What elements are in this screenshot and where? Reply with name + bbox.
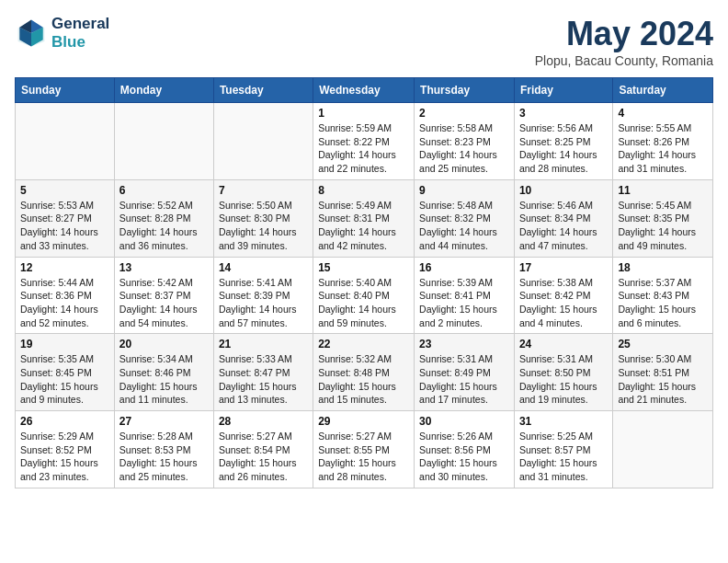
day-number: 24 (519, 338, 608, 350)
column-header-saturday: Saturday (613, 78, 713, 103)
day-number: 1 (318, 107, 409, 120)
day-info: Sunrise: 5:40 AM Sunset: 8:40 PM Dayligh… (318, 276, 409, 330)
calendar-cell: 13Sunrise: 5:42 AM Sunset: 8:37 PM Dayli… (114, 257, 213, 334)
day-info: Sunrise: 5:26 AM Sunset: 8:56 PM Dayligh… (419, 430, 509, 484)
day-info: Sunrise: 5:46 AM Sunset: 8:34 PM Dayligh… (519, 199, 608, 253)
calendar-cell: 7Sunrise: 5:50 AM Sunset: 8:30 PM Daylig… (213, 179, 313, 257)
day-info: Sunrise: 5:37 AM Sunset: 8:43 PM Dayligh… (618, 276, 708, 330)
calendar-cell: 27Sunrise: 5:28 AM Sunset: 8:53 PM Dayli… (114, 411, 213, 488)
day-info: Sunrise: 5:41 AM Sunset: 8:39 PM Dayligh… (219, 276, 308, 330)
calendar-cell: 18Sunrise: 5:37 AM Sunset: 8:43 PM Dayli… (613, 257, 713, 334)
calendar-cell (613, 411, 713, 488)
day-number: 7 (219, 184, 308, 197)
calendar-cell: 1Sunrise: 5:59 AM Sunset: 8:22 PM Daylig… (313, 103, 415, 180)
day-info: Sunrise: 5:38 AM Sunset: 8:42 PM Dayligh… (519, 276, 608, 330)
calendar-week-3: 12Sunrise: 5:44 AM Sunset: 8:36 PM Dayli… (16, 257, 713, 334)
calendar-cell (213, 103, 313, 180)
day-number: 25 (618, 338, 708, 350)
day-info: Sunrise: 5:59 AM Sunset: 8:22 PM Dayligh… (318, 121, 409, 176)
day-info: Sunrise: 5:48 AM Sunset: 8:32 PM Dayligh… (419, 199, 509, 253)
calendar-cell: 4Sunrise: 5:55 AM Sunset: 8:26 PM Daylig… (613, 103, 713, 180)
calendar-header-row: SundayMondayTuesdayWednesdayThursdayFrid… (16, 78, 713, 103)
day-number: 22 (318, 338, 409, 350)
day-info: Sunrise: 5:34 AM Sunset: 8:46 PM Dayligh… (119, 352, 209, 407)
day-number: 30 (419, 415, 509, 428)
calendar-cell (114, 103, 213, 180)
day-number: 19 (20, 338, 109, 350)
calendar-cell: 24Sunrise: 5:31 AM Sunset: 8:50 PM Dayli… (514, 334, 612, 411)
day-number: 2 (419, 107, 509, 120)
day-number: 29 (318, 415, 409, 428)
day-info: Sunrise: 5:31 AM Sunset: 8:49 PM Dayligh… (419, 352, 509, 407)
calendar-cell: 3Sunrise: 5:56 AM Sunset: 8:25 PM Daylig… (514, 103, 612, 180)
day-number: 12 (20, 261, 109, 274)
calendar-cell: 29Sunrise: 5:27 AM Sunset: 8:55 PM Dayli… (313, 411, 415, 488)
calendar-cell: 28Sunrise: 5:27 AM Sunset: 8:54 PM Dayli… (213, 411, 313, 488)
calendar-cell: 23Sunrise: 5:31 AM Sunset: 8:49 PM Dayli… (415, 334, 515, 411)
day-info: Sunrise: 5:50 AM Sunset: 8:30 PM Dayligh… (219, 199, 308, 253)
day-number: 6 (119, 184, 209, 197)
day-number: 10 (519, 184, 608, 197)
day-info: Sunrise: 5:27 AM Sunset: 8:55 PM Dayligh… (318, 430, 409, 484)
day-info: Sunrise: 5:49 AM Sunset: 8:31 PM Dayligh… (318, 199, 409, 253)
day-number: 31 (519, 415, 608, 428)
calendar-cell: 19Sunrise: 5:35 AM Sunset: 8:45 PM Dayli… (16, 334, 115, 411)
day-number: 13 (119, 261, 209, 274)
day-info: Sunrise: 5:35 AM Sunset: 8:45 PM Dayligh… (20, 352, 109, 407)
calendar-cell: 14Sunrise: 5:41 AM Sunset: 8:39 PM Dayli… (213, 257, 313, 334)
calendar-week-1: 1Sunrise: 5:59 AM Sunset: 8:22 PM Daylig… (16, 103, 713, 180)
column-header-wednesday: Wednesday (313, 78, 415, 103)
column-header-sunday: Sunday (16, 78, 115, 103)
calendar-cell: 9Sunrise: 5:48 AM Sunset: 8:32 PM Daylig… (415, 179, 515, 257)
calendar-cell: 16Sunrise: 5:39 AM Sunset: 8:41 PM Dayli… (415, 257, 515, 334)
day-number: 8 (318, 184, 409, 197)
day-info: Sunrise: 5:28 AM Sunset: 8:53 PM Dayligh… (119, 430, 209, 484)
calendar-cell: 17Sunrise: 5:38 AM Sunset: 8:42 PM Dayli… (514, 257, 612, 334)
day-info: Sunrise: 5:52 AM Sunset: 8:28 PM Dayligh… (119, 199, 209, 253)
day-number: 11 (618, 184, 708, 197)
day-number: 3 (519, 107, 608, 120)
day-number: 21 (219, 338, 308, 350)
day-info: Sunrise: 5:53 AM Sunset: 8:27 PM Dayligh… (20, 199, 109, 253)
day-number: 18 (618, 261, 708, 274)
calendar-cell: 30Sunrise: 5:26 AM Sunset: 8:56 PM Dayli… (415, 411, 515, 488)
day-info: Sunrise: 5:32 AM Sunset: 8:48 PM Dayligh… (318, 352, 409, 407)
day-info: Sunrise: 5:33 AM Sunset: 8:47 PM Dayligh… (219, 352, 308, 407)
day-info: Sunrise: 5:25 AM Sunset: 8:57 PM Dayligh… (519, 430, 608, 484)
calendar-cell: 26Sunrise: 5:29 AM Sunset: 8:52 PM Dayli… (16, 411, 115, 488)
calendar-cell: 6Sunrise: 5:52 AM Sunset: 8:28 PM Daylig… (114, 179, 213, 257)
day-info: Sunrise: 5:27 AM Sunset: 8:54 PM Dayligh… (219, 430, 308, 484)
day-number: 20 (119, 338, 209, 350)
calendar-cell: 21Sunrise: 5:33 AM Sunset: 8:47 PM Dayli… (213, 334, 313, 411)
day-info: Sunrise: 5:56 AM Sunset: 8:25 PM Dayligh… (519, 121, 608, 176)
day-number: 15 (318, 261, 409, 274)
calendar-cell: 22Sunrise: 5:32 AM Sunset: 8:48 PM Dayli… (313, 334, 415, 411)
calendar-cell (16, 103, 115, 180)
calendar-week-5: 26Sunrise: 5:29 AM Sunset: 8:52 PM Dayli… (16, 411, 713, 488)
day-info: Sunrise: 5:31 AM Sunset: 8:50 PM Dayligh… (519, 352, 608, 407)
day-number: 4 (618, 107, 708, 120)
column-header-tuesday: Tuesday (213, 78, 313, 103)
calendar-table: SundayMondayTuesdayWednesdayThursdayFrid… (15, 77, 713, 488)
column-header-friday: Friday (514, 78, 612, 103)
calendar-cell: 31Sunrise: 5:25 AM Sunset: 8:57 PM Dayli… (514, 411, 612, 488)
day-info: Sunrise: 5:44 AM Sunset: 8:36 PM Dayligh… (20, 276, 109, 330)
month-title: May 2024 (535, 15, 713, 53)
calendar-week-2: 5Sunrise: 5:53 AM Sunset: 8:27 PM Daylig… (16, 179, 713, 257)
day-number: 14 (219, 261, 308, 274)
logo-icon (15, 17, 48, 50)
day-info: Sunrise: 5:29 AM Sunset: 8:52 PM Dayligh… (20, 430, 109, 484)
day-info: Sunrise: 5:45 AM Sunset: 8:35 PM Dayligh… (618, 199, 708, 253)
calendar-cell: 25Sunrise: 5:30 AM Sunset: 8:51 PM Dayli… (613, 334, 713, 411)
calendar-cell: 20Sunrise: 5:34 AM Sunset: 8:46 PM Dayli… (114, 334, 213, 411)
day-number: 28 (219, 415, 308, 428)
calendar-cell: 11Sunrise: 5:45 AM Sunset: 8:35 PM Dayli… (613, 179, 713, 257)
day-number: 17 (519, 261, 608, 274)
logo-text: General Blue (51, 15, 109, 51)
page-header: General Blue May 2024 Plopu, Bacau Count… (15, 15, 713, 68)
location: Plopu, Bacau County, Romania (535, 53, 713, 68)
calendar-cell: 12Sunrise: 5:44 AM Sunset: 8:36 PM Dayli… (16, 257, 115, 334)
logo: General Blue (15, 15, 109, 51)
calendar-week-4: 19Sunrise: 5:35 AM Sunset: 8:45 PM Dayli… (16, 334, 713, 411)
calendar-cell: 2Sunrise: 5:58 AM Sunset: 8:23 PM Daylig… (415, 103, 515, 180)
